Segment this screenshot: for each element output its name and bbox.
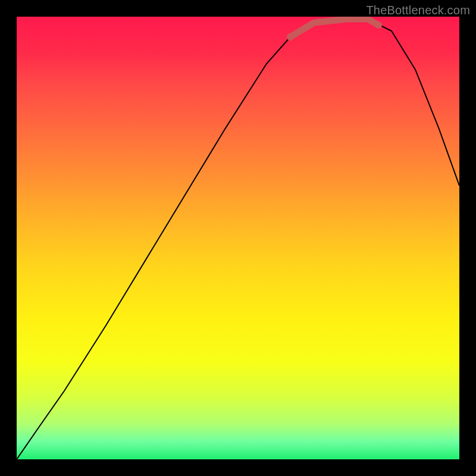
optimal-range-segment — [290, 19, 378, 37]
chart-svg — [17, 17, 459, 459]
bottleneck-curve — [17, 19, 459, 459]
optimal-range-start-dot — [287, 33, 294, 40]
chart-plot-area — [17, 17, 459, 459]
optimal-range-end-dot — [375, 21, 382, 29]
watermark-text: TheBottleneck.com — [366, 4, 470, 17]
